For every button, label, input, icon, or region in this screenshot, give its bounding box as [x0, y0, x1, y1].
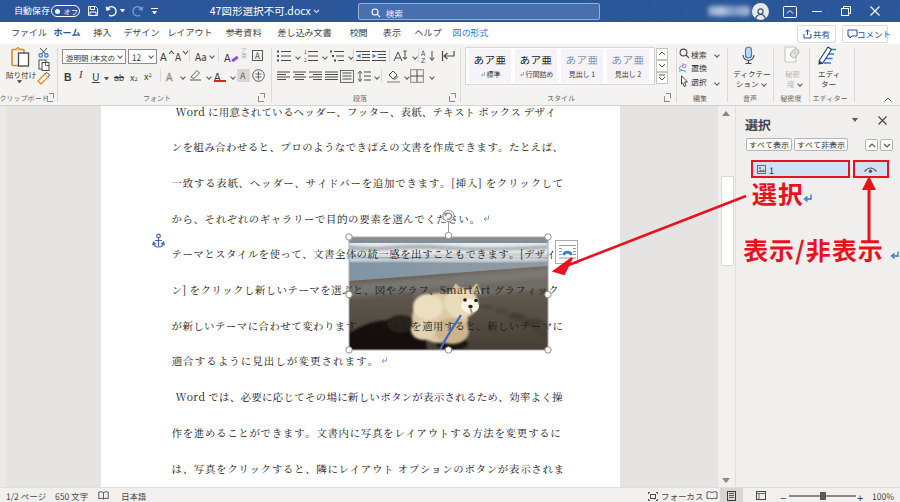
svg-text:Z: Z [421, 55, 426, 63]
svg-text:2: 2 [304, 56, 307, 62]
svg-text:1: 1 [304, 50, 307, 55]
svg-text:b: b [682, 62, 687, 70]
